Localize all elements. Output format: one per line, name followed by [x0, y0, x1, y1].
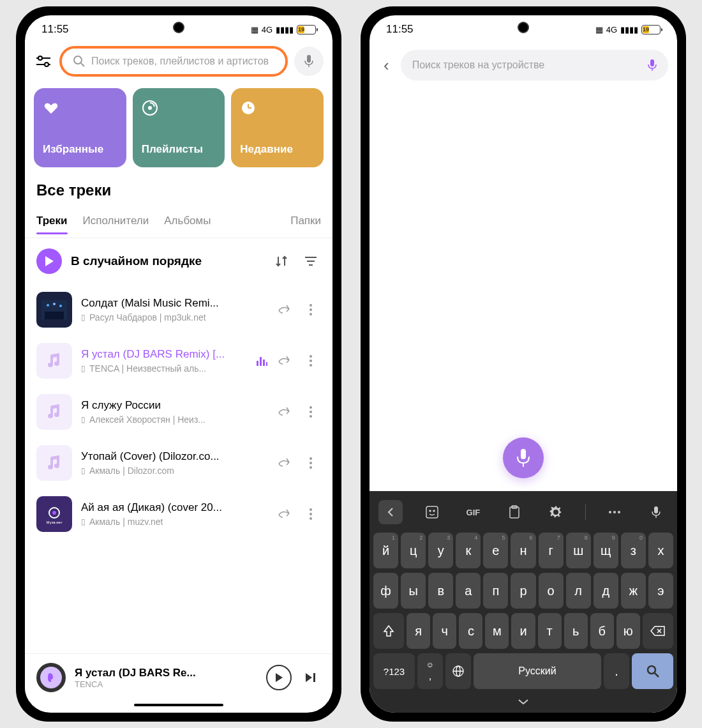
kb-settings[interactable] [544, 500, 568, 524]
more-button[interactable] [301, 300, 321, 320]
kb-back[interactable] [378, 500, 403, 524]
key-н[interactable]: н6 [511, 533, 535, 568]
key-period[interactable]: . [604, 653, 629, 689]
key-search[interactable] [632, 653, 673, 689]
filter-icon[interactable] [34, 56, 53, 67]
kb-sticker[interactable] [420, 500, 444, 524]
key-я[interactable]: я [407, 613, 430, 649]
key-п[interactable]: п [483, 573, 508, 609]
card-favorites[interactable]: Избранные [34, 88, 126, 167]
key-emoji[interactable]: ☺, [417, 653, 443, 689]
key-ч[interactable]: ч [433, 613, 456, 649]
home-indicator[interactable] [134, 704, 223, 706]
signal-icon: ▮▮▮▮ [620, 25, 638, 34]
more-button[interactable] [301, 504, 321, 524]
key-у[interactable]: у3 [428, 533, 453, 568]
key-и[interactable]: и [511, 613, 535, 649]
key-о[interactable]: о [539, 573, 564, 609]
svg-point-50 [429, 510, 431, 512]
card-playlists[interactable]: Плейлисты [133, 88, 225, 167]
key-ы[interactable]: ы [401, 573, 426, 609]
key-й[interactable]: й1 [373, 533, 398, 568]
search-box[interactable] [401, 50, 668, 80]
key-т[interactable]: т [538, 613, 562, 649]
now-playing-bar[interactable]: Я устал (DJ BARS Re... TENCA [25, 653, 332, 701]
track-row[interactable]: Утопай (Cover) (Dilozor.co... ▯Акмаль | … [25, 437, 332, 489]
album-art [36, 445, 72, 481]
key-м[interactable]: м [485, 613, 509, 649]
key-з[interactable]: з0 [621, 533, 646, 568]
search-input[interactable] [91, 56, 274, 67]
key-э[interactable]: э [648, 573, 673, 609]
search-box[interactable] [59, 46, 288, 77]
album-art: Музв.нет [36, 496, 72, 532]
play-button[interactable] [266, 665, 292, 690]
share-button[interactable] [274, 453, 294, 473]
more-button[interactable] [301, 453, 321, 473]
key-а[interactable]: а [456, 573, 481, 609]
search-input[interactable] [412, 59, 641, 71]
key-л[interactable]: л [566, 573, 591, 609]
share-button[interactable] [274, 504, 294, 524]
tab-folders[interactable]: Папки [290, 208, 321, 234]
mic-button[interactable] [294, 47, 324, 76]
key-х[interactable]: х [648, 533, 673, 568]
shuffle-label: В случайном порядке [71, 254, 262, 268]
more-button[interactable] [301, 351, 321, 371]
key-с[interactable]: с [459, 613, 482, 649]
svg-point-31 [310, 406, 312, 409]
shuffle-play-button[interactable] [36, 248, 62, 274]
tab-tracks[interactable]: Треки [36, 208, 68, 234]
svg-point-34 [310, 457, 312, 460]
key-ж[interactable]: ж [621, 573, 646, 609]
key-ц[interactable]: ц2 [401, 533, 426, 568]
share-button[interactable] [274, 351, 294, 371]
key-backspace[interactable] [643, 613, 673, 649]
svg-rect-24 [257, 361, 258, 366]
key-ш[interactable]: ш8 [566, 533, 591, 568]
mic-icon[interactable] [648, 59, 657, 72]
tab-artists[interactable]: Исполнители [83, 208, 149, 234]
key-е[interactable]: е5 [483, 533, 508, 568]
track-meta: TENCA | Неизвестный аль... [89, 363, 206, 374]
kb-row-3: ячсмитьбю [373, 613, 673, 649]
key-р[interactable]: р [511, 573, 535, 609]
key-в[interactable]: в [428, 573, 453, 609]
key-б[interactable]: б [590, 613, 614, 649]
key-switch[interactable]: ?123 [373, 653, 415, 689]
album-art [36, 292, 72, 328]
key-щ[interactable]: щ9 [594, 533, 618, 568]
key-д[interactable]: д [594, 573, 618, 609]
track-row[interactable]: Я служу России ▯Алексей Хворостян | Неиз… [25, 386, 332, 437]
kb-collapse[interactable] [372, 694, 675, 708]
kb-mic[interactable] [644, 500, 668, 524]
sort-button[interactable] [271, 251, 292, 271]
key-shift[interactable] [373, 613, 404, 649]
share-button[interactable] [274, 300, 294, 320]
share-button[interactable] [274, 402, 294, 422]
key-space[interactable]: Русский [474, 653, 601, 689]
card-play-label: Плейлисты [142, 143, 216, 156]
key-ф[interactable]: ф [373, 573, 398, 609]
more-button[interactable] [301, 402, 321, 422]
kb-clipboard[interactable] [502, 500, 526, 524]
svg-point-54 [553, 510, 558, 515]
key-ь[interactable]: ь [564, 613, 588, 649]
equalizer-icon [256, 356, 267, 366]
track-row[interactable]: Музв.нет Ай ая ая (Дикая) (cover 20... ▯… [25, 489, 332, 540]
next-button[interactable] [301, 667, 321, 688]
card-recent[interactable]: Недавние [231, 88, 324, 167]
track-row[interactable]: Солдат (Malsi Music Remi... ▯Расул Чабда… [25, 284, 332, 335]
voice-search-button[interactable] [503, 437, 544, 478]
track-row[interactable]: Я устал (DJ BARS Remix) [... ▯TENCA | Не… [25, 335, 332, 386]
key-к[interactable]: к4 [456, 533, 481, 568]
key-ю[interactable]: ю [616, 613, 640, 649]
kb-gif[interactable]: GIF [461, 500, 485, 524]
filter-list-button[interactable] [301, 251, 321, 271]
kb-more[interactable] [602, 500, 627, 524]
key-language[interactable] [445, 653, 471, 689]
tab-albums[interactable]: Альбомы [164, 208, 211, 234]
back-button[interactable]: ‹ [378, 56, 394, 75]
key-г[interactable]: г7 [539, 533, 564, 568]
svg-rect-17 [45, 312, 64, 319]
